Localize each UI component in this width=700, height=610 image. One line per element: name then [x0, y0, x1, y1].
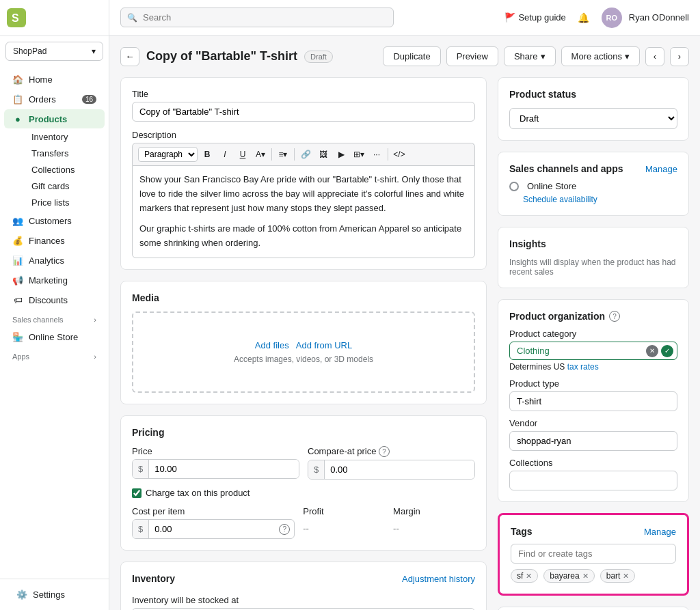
- insights-title: Insights: [509, 238, 677, 249]
- product-org-help-icon[interactable]: ?: [609, 311, 620, 322]
- link-button[interactable]: 🔗: [297, 146, 314, 163]
- sidebar-item-inventory[interactable]: Inventory: [23, 129, 105, 145]
- sidebar-item-collections[interactable]: Collections: [23, 162, 105, 178]
- sidebar-item-products[interactable]: ● Products: [4, 109, 105, 128]
- price-grid: Price $ Compare-at price ?: [132, 446, 475, 480]
- price-prefix: $: [133, 460, 149, 478]
- sidebar-item-orders[interactable]: 📋 Orders 16: [4, 89, 105, 109]
- bold-button[interactable]: B: [199, 146, 215, 163]
- compare-price-input[interactable]: [325, 460, 474, 479]
- sidebar-item-home[interactable]: 🏠 Home: [4, 70, 105, 89]
- description-content[interactable]: Show your San Francisco Bay Are pride wi…: [132, 165, 475, 258]
- sidebar-item-discounts[interactable]: 🏷 Discounts: [4, 290, 105, 309]
- media-upload-area[interactable]: Add files Add from URL Accepts images, v…: [132, 311, 475, 393]
- compare-price-input-wrap: $: [308, 460, 475, 480]
- schedule-availability-link[interactable]: Schedule availability: [509, 195, 597, 204]
- online-store-channel: Online Store: [509, 181, 677, 191]
- cost-help-icon[interactable]: ?: [279, 524, 290, 535]
- orders-badge: 16: [82, 95, 96, 104]
- sidebar-item-analytics[interactable]: 📊 Analytics: [4, 251, 105, 270]
- insights-card: Insights Insights will display when the …: [498, 227, 689, 288]
- sidebar-item-gift-cards[interactable]: Gift cards: [23, 178, 105, 194]
- online-store-card: Online Store Theme template Default prod…: [498, 607, 689, 610]
- underline-button[interactable]: U: [234, 146, 251, 163]
- category-confirm-button[interactable]: ✓: [661, 345, 673, 357]
- sidebar-item-label: Online Store: [29, 332, 78, 342]
- sidebar-item-settings[interactable]: ⚙️ Settings: [8, 585, 100, 604]
- cost-per-item-field: Cost per item $ ?: [132, 506, 295, 539]
- price-input[interactable]: [149, 460, 299, 478]
- tag-bayarea: bayarea ✕: [543, 569, 594, 583]
- setup-guide-link[interactable]: 🚩 Setup guide: [504, 12, 565, 23]
- image-button[interactable]: 🖼: [315, 146, 332, 163]
- search-input[interactable]: [120, 8, 394, 27]
- sidebar-item-online-store[interactable]: 🏪 Online Store: [4, 327, 105, 346]
- charge-tax-checkbox[interactable]: [132, 488, 142, 498]
- tag-bayarea-remove-button[interactable]: ✕: [582, 572, 589, 581]
- collections-input[interactable]: [509, 471, 677, 490]
- charge-tax-row[interactable]: Charge tax on this product: [132, 488, 475, 498]
- tag-bart: bart ✕: [600, 569, 636, 583]
- share-button[interactable]: Share ▾: [504, 46, 556, 66]
- cost-input[interactable]: [149, 520, 275, 538]
- sidebar-item-label: Products: [29, 114, 67, 124]
- sidebar-item-finances[interactable]: 💰 Finances: [4, 231, 105, 250]
- right-column: Product status Draft Sales channels and …: [498, 77, 689, 610]
- sidebar-item-label: Customers: [29, 216, 72, 226]
- tag-sf-remove-button[interactable]: ✕: [526, 572, 532, 581]
- prev-product-button[interactable]: ‹: [645, 47, 664, 66]
- table-button[interactable]: ⊞▾: [351, 146, 367, 163]
- sidebar-item-label: Orders: [29, 94, 56, 105]
- next-product-button[interactable]: ›: [670, 47, 689, 66]
- video-button[interactable]: ▶: [333, 146, 349, 163]
- italic-button[interactable]: I: [217, 146, 233, 163]
- more-actions-button[interactable]: More actions ▾: [561, 46, 640, 66]
- sidebar-footer: ⚙️ Settings: [0, 579, 109, 610]
- compare-price-help-icon[interactable]: ?: [379, 446, 390, 457]
- adjustment-history-link[interactable]: Adjustment history: [402, 574, 475, 584]
- product-status-select[interactable]: Draft: [509, 108, 677, 129]
- toolbar-separator: [388, 148, 388, 161]
- product-type-input[interactable]: [509, 391, 677, 411]
- tax-rates-link[interactable]: tax rates: [567, 362, 599, 372]
- tag-sf: sf ✕: [511, 569, 538, 583]
- cost-grid: Cost per item $ ? Profit --: [132, 506, 475, 539]
- store-selector[interactable]: ShopPad ▾: [5, 42, 103, 61]
- sales-channels-section: Sales channels ›: [0, 310, 109, 327]
- tags-input[interactable]: [511, 544, 676, 564]
- align-button[interactable]: ≡▾: [275, 146, 291, 163]
- title-input[interactable]: [132, 102, 475, 122]
- preview-button[interactable]: Preview: [446, 46, 498, 66]
- finances-icon: 💰: [12, 235, 23, 246]
- category-clear-button[interactable]: ✕: [646, 345, 658, 357]
- sidebar-item-price-lists[interactable]: Price lists: [23, 195, 105, 210]
- sales-channels-manage-link[interactable]: Manage: [645, 164, 677, 174]
- sidebar-item-marketing[interactable]: 📢 Marketing: [4, 271, 105, 290]
- vendor-input[interactable]: [509, 431, 677, 451]
- sidebar-item-customers[interactable]: 👥 Customers: [4, 211, 105, 230]
- paragraph-select[interactable]: Paragraph: [138, 147, 198, 162]
- title-label: Title: [132, 89, 475, 99]
- sidebar-item-transfers[interactable]: Transfers: [23, 145, 105, 161]
- cost-input-wrap: $ ?: [132, 519, 295, 539]
- back-button[interactable]: ←: [120, 47, 139, 66]
- margin-value: --: [393, 519, 475, 538]
- tag-bart-remove-button[interactable]: ✕: [623, 572, 629, 581]
- sales-channels-title: Sales channels and apps: [509, 163, 623, 174]
- text-color-button[interactable]: A▾: [252, 146, 269, 163]
- product-org-title: Product organization: [509, 311, 605, 322]
- add-from-url-link[interactable]: Add from URL: [296, 340, 352, 350]
- code-button[interactable]: </>: [391, 146, 407, 163]
- tags-manage-link[interactable]: Manage: [644, 527, 676, 537]
- shopify-logo-icon: S: [7, 8, 26, 27]
- insights-text: Insights will display when the product h…: [509, 258, 677, 277]
- avatar[interactable]: RO: [602, 8, 622, 28]
- notifications-button[interactable]: 🔔: [573, 7, 595, 29]
- online-store-icon: 🏪: [12, 331, 23, 342]
- collections-label: Collections: [509, 458, 677, 468]
- duplicate-button[interactable]: Duplicate: [383, 46, 440, 66]
- add-files-link[interactable]: Add files: [255, 340, 289, 350]
- margin-field: Margin --: [393, 506, 475, 539]
- more-button[interactable]: ···: [368, 146, 385, 163]
- collections-field: Collections: [509, 458, 677, 490]
